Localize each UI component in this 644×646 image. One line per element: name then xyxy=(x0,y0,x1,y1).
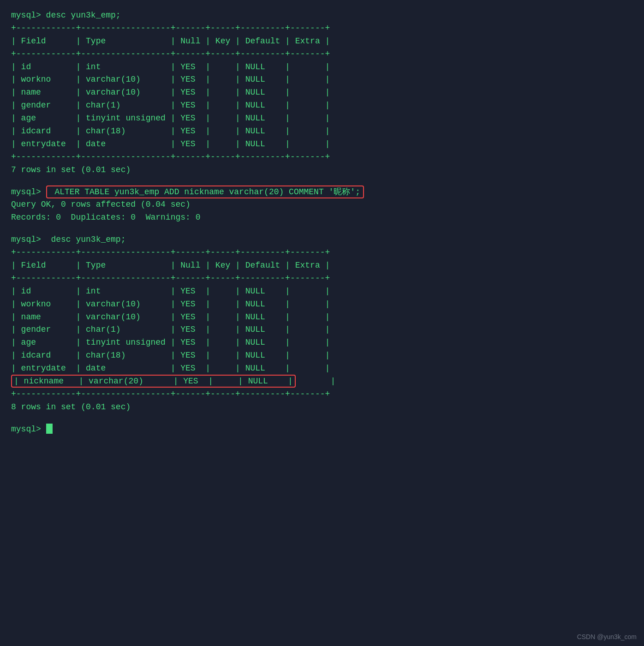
row-id-2: | id | int | YES | | NULL | | xyxy=(11,285,633,298)
second-separator-top: +------------+------------------+------+… xyxy=(11,246,633,259)
first-desc-command: mysql> desc yun3k_emp; xyxy=(11,9,633,22)
row-name-1: | name | varchar(10) | YES | | NULL | | xyxy=(11,86,633,99)
second-separator-mid: +------------+------------------+------+… xyxy=(11,272,633,285)
row-age-2: | age | tinyint unsigned | YES | | NULL … xyxy=(11,336,633,349)
row-entrydate-2: | entrydate | date | YES | | NULL | | xyxy=(11,362,633,375)
row-gender-2: | gender | char(1) | YES | | NULL | | xyxy=(11,323,633,336)
row-gender-1: | gender | char(1) | YES | | NULL | | xyxy=(11,99,633,112)
second-rows-count: 8 rows in set (0.01 sec) xyxy=(11,401,633,414)
query-ok: Query OK, 0 rows affected (0.04 sec) xyxy=(11,198,633,211)
alter-prompt: mysql> xyxy=(11,187,46,197)
cursor xyxy=(46,424,53,434)
row-nickname-highlighted: | nickname | varchar(20) | YES | | NULL … xyxy=(11,375,633,388)
first-separator-bot: +------------+------------------+------+… xyxy=(11,151,633,164)
row-entrydate-1: | entrydate | date | YES | | NULL | | xyxy=(11,138,633,151)
row-idcard-1: | idcard | char(18) | YES | | NULL | | xyxy=(11,125,633,138)
first-separator-mid: +------------+------------------+------+… xyxy=(11,48,633,61)
row-workno-1: | workno | varchar(10) | YES | | NULL | … xyxy=(11,73,633,86)
row-name-2: | name | varchar(10) | YES | | NULL | | xyxy=(11,311,633,324)
terminal: mysql> desc yun3k_emp; +------------+---… xyxy=(11,9,633,436)
alter-line: mysql> ALTER TABLE yun3k_emp ADD nicknam… xyxy=(11,186,633,199)
row-id-1: | id | int | YES | | NULL | | xyxy=(11,61,633,74)
row-age-1: | age | tinyint unsigned | YES | | NULL … xyxy=(11,112,633,125)
watermark: CSDN @yun3k_com xyxy=(577,633,637,640)
table-header: | Field | Type | Null | Key | Default | … xyxy=(11,35,633,48)
first-rows-count: 7 rows in set (0.01 sec) xyxy=(11,164,633,177)
second-separator-bot: +------------+------------------+------+… xyxy=(11,388,633,401)
final-prompt-line: mysql> xyxy=(11,423,633,436)
first-separator-top: +------------+------------------+------+… xyxy=(11,22,633,35)
row-idcard-2: | idcard | char(18) | YES | | NULL | | xyxy=(11,349,633,362)
records-line: Records: 0 Duplicates: 0 Warnings: 0 xyxy=(11,211,633,224)
second-desc-command: mysql> desc yun3k_emp; xyxy=(11,233,633,246)
alter-command-highlight: ALTER TABLE yun3k_emp ADD nickname varch… xyxy=(46,185,364,198)
second-table-header: | Field | Type | Null | Key | Default | … xyxy=(11,259,633,272)
row-workno-2: | workno | varchar(10) | YES | | NULL | … xyxy=(11,298,633,311)
